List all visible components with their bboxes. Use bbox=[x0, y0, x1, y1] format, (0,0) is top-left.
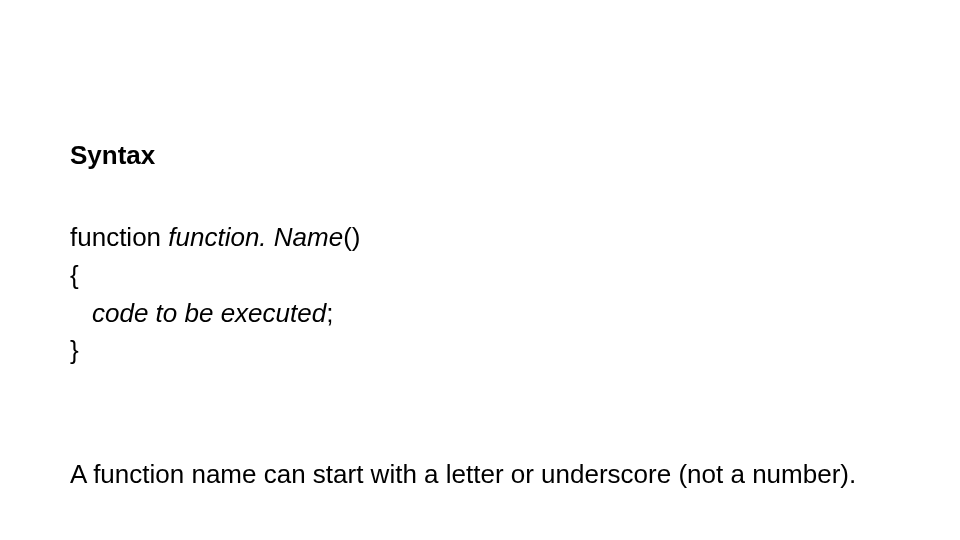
slide: Syntax function function. Name() { code … bbox=[0, 0, 960, 540]
code-line-3: code to be executed; bbox=[70, 295, 890, 333]
keyword-function: function bbox=[70, 222, 168, 252]
function-name-placeholder: function. Name bbox=[168, 222, 343, 252]
code-body-placeholder: code to be executed bbox=[92, 298, 326, 328]
footnote-text: A function name can start with a letter … bbox=[70, 458, 890, 492]
code-line-2: { bbox=[70, 257, 890, 295]
syntax-code-block: function function. Name() { code to be e… bbox=[70, 219, 890, 370]
section-heading: Syntax bbox=[70, 140, 890, 171]
semicolon: ; bbox=[326, 298, 333, 328]
code-line-4: } bbox=[70, 332, 890, 370]
parens: () bbox=[343, 222, 360, 252]
code-line-1: function function. Name() bbox=[70, 219, 890, 257]
